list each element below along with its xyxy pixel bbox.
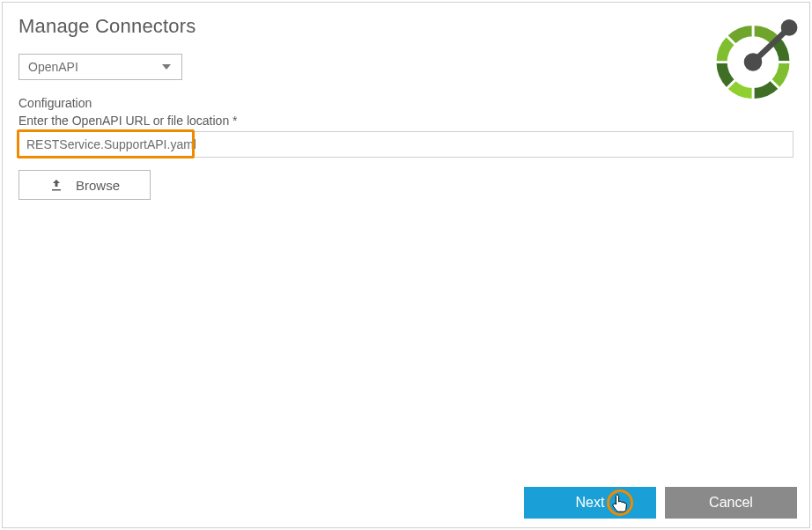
next-button[interactable]: Next <box>524 487 656 519</box>
svg-point-2 <box>744 53 763 71</box>
browse-button-label: Browse <box>76 178 120 193</box>
page-title: Manage Connectors <box>18 15 794 38</box>
url-field-label: Enter the OpenAPI URL or file location * <box>18 114 794 128</box>
cancel-button-label: Cancel <box>709 495 753 511</box>
cancel-button[interactable]: Cancel <box>665 487 797 519</box>
chevron-down-icon <box>162 64 171 70</box>
svg-point-3 <box>781 19 798 36</box>
next-button-label: Next <box>576 495 605 511</box>
url-input-wrap <box>18 131 794 158</box>
header: Manage Connectors <box>3 3 809 43</box>
configuration-label: Configuration <box>18 96 794 110</box>
connector-type-dropdown[interactable]: OpenAPI <box>18 54 182 80</box>
openapi-url-input[interactable] <box>18 131 794 158</box>
highlight-ring <box>607 490 633 516</box>
pointer-cursor-icon <box>610 493 630 518</box>
upload-icon <box>49 178 63 192</box>
browse-button[interactable]: Browse <box>18 170 151 200</box>
dialog-footer: Next Cancel <box>3 478 809 527</box>
connector-logo <box>704 8 802 107</box>
configuration-section: Configuration Enter the OpenAPI URL or f… <box>3 80 809 200</box>
dialog-panel: Manage Connectors <box>2 2 810 528</box>
dropdown-selected-label: OpenAPI <box>28 60 78 74</box>
